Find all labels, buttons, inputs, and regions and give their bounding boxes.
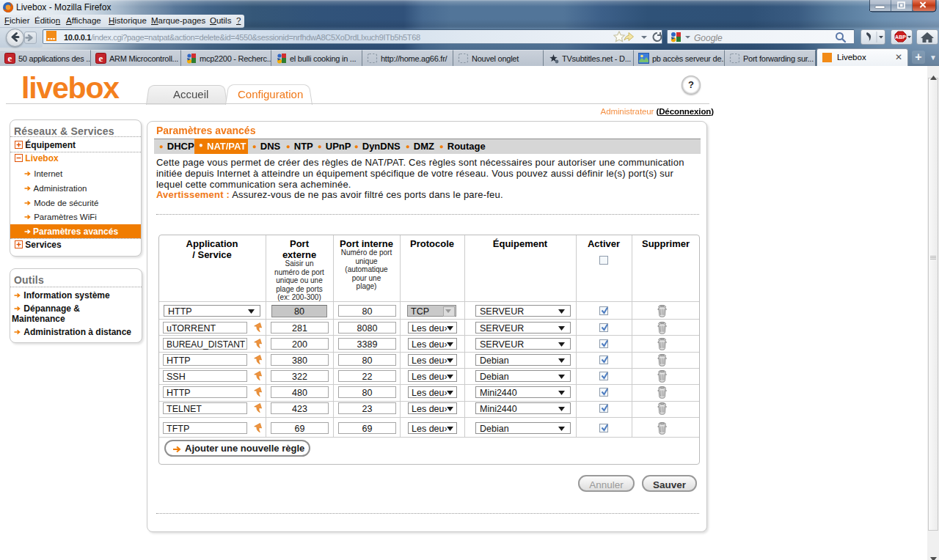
svg-text:ABP: ABP xyxy=(895,34,906,40)
svg-text:e: e xyxy=(99,53,103,64)
svg-text:e: e xyxy=(8,53,12,64)
